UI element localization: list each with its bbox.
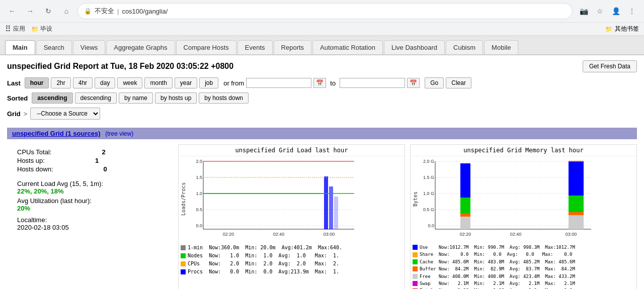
grid-section-header: unspecified Grid (1 sources) (tree view) xyxy=(7,128,637,139)
sorted-label: Sorted xyxy=(7,94,28,102)
grid-stats: CPUs Total: 2 Hosts up: 1 Hosts down: 0 xyxy=(12,146,173,176)
legend-1min: 1-min Now:360.0m Min: 20.0m Avg:401.2m M… xyxy=(181,244,403,252)
screenshot-button[interactable]: 📷 xyxy=(577,4,591,18)
grid-arrow: > xyxy=(24,110,28,118)
bookmark-folder[interactable]: 📁 毕设 xyxy=(31,25,52,33)
tab-aggregate-graphs[interactable]: Aggregate Graphs xyxy=(106,40,175,54)
hosts-up-value: 1 xyxy=(95,157,99,164)
svg-text:1.0 G: 1.0 G xyxy=(423,191,434,196)
svg-text:0.5 G: 0.5 G xyxy=(423,207,434,212)
folder-right-icon: 📁 xyxy=(605,26,613,33)
legend-color-buffer xyxy=(413,266,418,271)
home-button[interactable]: ⌂ xyxy=(59,4,73,18)
main-data-area: CPUs Total: 2 Hosts up: 1 Hosts down: 0 … xyxy=(7,144,637,289)
apps-label: 应用 xyxy=(13,25,25,33)
bookmark-button[interactable]: ☆ xyxy=(593,4,607,18)
memory-chart-body: Bytes 2.0 xyxy=(411,156,636,242)
time-btn-4hr[interactable]: 4hr xyxy=(73,77,93,88)
time-selector: Last hour 2hr 4hr day week month year jo… xyxy=(7,77,637,88)
load-chart-container: unspecified Grid Load last hour Loads/Pr… xyxy=(178,144,405,289)
sort-by-name-button[interactable]: by name xyxy=(119,92,153,104)
legend-cache: Cache Now: 485.6M Min: 483.8M Avg: 485.2… xyxy=(413,258,634,265)
to-date-input[interactable] xyxy=(340,78,405,88)
legend-color-cpus xyxy=(181,261,186,266)
browser-toolbar: ← → ↻ ⌂ 🔒 不安全 | cos100/ganglia/ 📷 ☆ 👤 ⋮ xyxy=(0,0,644,22)
avg-util-value: 20% xyxy=(17,205,168,212)
svg-rect-41 xyxy=(569,161,584,196)
tab-cubism[interactable]: Cubism xyxy=(446,40,483,54)
charts-panel: unspecified Grid Load last hour Loads/Pr… xyxy=(178,144,637,289)
hosts-up-row: Hosts up: 1 xyxy=(17,157,168,164)
to-calendar-button[interactable]: 📅 xyxy=(407,78,420,88)
memory-chart-title: unspecified Grid Memory last hour xyxy=(411,145,636,156)
menu-button[interactable]: ⋮ xyxy=(625,4,639,18)
tab-reports[interactable]: Reports xyxy=(274,40,312,54)
legend-color-1min xyxy=(181,245,186,250)
tab-views[interactable]: Views xyxy=(73,40,105,54)
grid-source-select[interactable]: --Choose a Source xyxy=(30,108,100,120)
cpus-total-value: 2 xyxy=(102,148,105,156)
bookmarks-bar: ⠿ 应用 📁 毕设 📁 其他书签 xyxy=(0,22,644,36)
load-chart-body: Loads/Procs xyxy=(179,156,405,242)
svg-rect-44 xyxy=(460,217,470,229)
sort-ascending-button[interactable]: ascending xyxy=(32,92,72,104)
svg-text:0.0: 0.0 xyxy=(428,223,434,228)
tab-events[interactable]: Events xyxy=(237,40,273,54)
other-bookmarks[interactable]: 📁 其他书签 xyxy=(605,25,639,33)
memory-chart-container: unspecified Grid Memory last hour Bytes xyxy=(410,144,637,289)
grid-row: Grid > --Choose a Source xyxy=(7,108,637,120)
bookmark-label: 毕设 xyxy=(40,25,52,33)
get-fresh-data-button[interactable]: Get Fresh Data xyxy=(583,60,637,72)
tree-view-link[interactable]: (tree view) xyxy=(105,130,133,137)
time-btn-day[interactable]: day xyxy=(95,77,115,88)
load-chart-title: unspecified Grid Load last hour xyxy=(179,145,405,156)
tab-live-dashboard[interactable]: Live Dashboard xyxy=(384,40,445,54)
svg-rect-46 xyxy=(460,198,470,214)
grid-label: Grid xyxy=(7,110,21,118)
tab-compare-hosts[interactable]: Compare Hosts xyxy=(176,40,236,54)
svg-rect-20 xyxy=(334,197,338,229)
svg-rect-18 xyxy=(324,176,328,229)
legend-text-free: Free Now: 408.0M Min: 408.0M Avg: 423.4M… xyxy=(420,273,575,280)
svg-text:2.0: 2.0 xyxy=(196,159,202,164)
legend-nodes: Nodes Now: 1.0 Min: 1.0 Avg: 1.0 Max: 1. xyxy=(181,252,403,260)
tab-mobile[interactable]: Mobile xyxy=(484,40,518,54)
account-button[interactable]: 👤 xyxy=(609,4,623,18)
sort-descending-button[interactable]: descending xyxy=(75,92,117,104)
from-date-input[interactable] xyxy=(246,78,311,88)
legend-text-buffer: Buffer Now: 84.2M Min: 82.9M Avg: 83.7M … xyxy=(420,265,575,272)
tab-automatic-rotation[interactable]: Automatic Rotation xyxy=(312,40,383,54)
sort-by-hosts-up-button[interactable]: by hosts up xyxy=(155,92,197,104)
legend-text-1min: 1-min Now:360.0m Min: 20.0m Avg:401.2m M… xyxy=(188,244,342,252)
svg-text:0.0: 0.0 xyxy=(196,223,202,228)
time-btn-week[interactable]: week xyxy=(117,77,142,88)
load-chart-svg: 2.0 1.5 1.0 0.5 0.0 02:20 02:40 03:00 xyxy=(188,156,359,242)
svg-rect-40 xyxy=(569,196,584,212)
memory-chart-svg: 2.0 G 1.5 G 1.0 G 0.5 G 0.0 02:20 02:40 … xyxy=(420,156,596,242)
left-panel: CPUs Total: 2 Hosts up: 1 Hosts down: 0 … xyxy=(7,144,178,233)
time-btn-month[interactable]: month xyxy=(144,77,172,88)
time-btn-2hr[interactable]: 2hr xyxy=(51,77,70,88)
svg-text:2.0 G: 2.0 G xyxy=(423,159,434,164)
tab-main[interactable]: Main xyxy=(5,40,35,54)
grid-section-title[interactable]: unspecified Grid (1 sources) xyxy=(12,130,101,137)
time-btn-year[interactable]: year xyxy=(175,77,197,88)
time-btn-job[interactable]: job xyxy=(199,77,218,88)
svg-text:02:40: 02:40 xyxy=(273,232,285,237)
refresh-button[interactable]: ↻ xyxy=(41,4,55,18)
from-calendar-button[interactable]: 📅 xyxy=(313,78,326,88)
back-button[interactable]: ← xyxy=(5,4,19,18)
address-bar[interactable]: 🔒 不安全 | cos100/ganglia/ xyxy=(77,3,573,19)
tab-search[interactable]: Search xyxy=(36,40,72,54)
clear-button[interactable]: Clear xyxy=(446,77,471,88)
apps-button[interactable]: ⠿ 应用 xyxy=(5,24,25,34)
svg-text:1.5 G: 1.5 G xyxy=(423,175,434,180)
time-btn-hour[interactable]: hour xyxy=(25,77,49,88)
legend-swap: Swap Now: 2.1M Min: 2.1M Avg: 2.1M Max: … xyxy=(413,280,634,287)
forward-button[interactable]: → xyxy=(23,4,37,18)
go-button[interactable]: Go xyxy=(425,77,444,88)
legend-color-use xyxy=(413,245,418,250)
report-title: unspecified Grid Report at Tue, 18 Feb 2… xyxy=(7,62,233,71)
sort-by-hosts-down-button[interactable]: by hosts down xyxy=(199,92,249,104)
legend-color-cache xyxy=(413,259,418,264)
